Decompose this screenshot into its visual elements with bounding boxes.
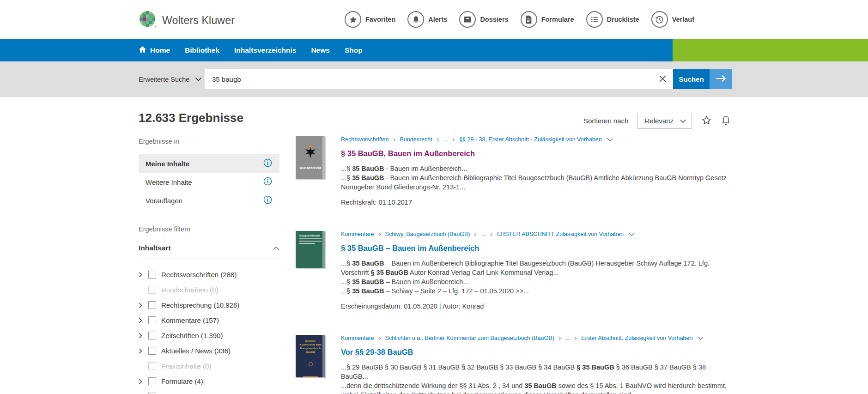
- info-icon[interactable]: [263, 177, 272, 187]
- chevron-right-icon[interactable]: [139, 348, 143, 354]
- advanced-search-toggle[interactable]: Erweiterte Suche: [139, 61, 202, 97]
- scope-item[interactable]: Weitere Inhalte: [139, 173, 279, 191]
- breadcrumb-link[interactable]: Bundesrecht: [400, 136, 432, 143]
- header-action-label: Dossiers: [480, 16, 508, 23]
- wolters-kluwer-logo-icon: [139, 10, 157, 30]
- result-thumbnail[interactable]: Bundesrecht: [296, 136, 325, 179]
- breadcrumb-separator-icon: [558, 336, 561, 340]
- breadcrumb-link[interactable]: Kommentare: [341, 231, 374, 237]
- alert-search-button[interactable]: [721, 115, 731, 127]
- facet-checkbox[interactable]: [148, 347, 156, 355]
- nav-item-home[interactable]: Home: [139, 46, 170, 55]
- info-icon[interactable]: [263, 158, 272, 169]
- header-action-list[interactable]: Druckliste: [586, 11, 639, 28]
- breadcrumb-link[interactable]: ERSTER ABSCHNITT Zulässigkeit von Vorhab…: [497, 231, 624, 237]
- breadcrumb-link[interactable]: ...: [443, 136, 448, 143]
- header-action-drawer[interactable]: Dossiers: [459, 11, 508, 28]
- nav-item-shop[interactable]: Shop: [345, 46, 363, 55]
- chevron-right-icon[interactable]: [139, 379, 143, 384]
- scope-item[interactable]: Vorauflagen: [139, 191, 279, 210]
- breadcrumb-link[interactable]: Schlichter u.a., Berliner Kommentar zum …: [385, 335, 554, 341]
- search-submit-button[interactable]: Suchen: [673, 69, 710, 89]
- snippet-segment: – Bauen im Außenbereich...: [384, 278, 469, 285]
- snippet-line: ...§ 35 BauGB – Schiwy – Seite 2 – Lfg. …: [341, 286, 732, 296]
- facet-group-header[interactable]: Inhaltsart: [139, 244, 279, 252]
- breadcrumb-expand-icon[interactable]: [698, 336, 704, 340]
- breadcrumb-expand-icon[interactable]: [629, 232, 635, 236]
- cover-decoration: [299, 243, 315, 244]
- header-action-document[interactable]: Formulare: [521, 11, 574, 28]
- nav-item-news[interactable]: News: [311, 46, 330, 55]
- facet-checkbox[interactable]: [148, 332, 156, 339]
- facet-checkbox[interactable]: [148, 316, 156, 324]
- result-item: BundesrechtRechtsvorschriftenBundesrecht…: [296, 136, 732, 206]
- result-thumbnail[interactable]: Berliner Kommentar zum Baugesetzbuch Bau…: [296, 335, 325, 377]
- nav-item-label: Home: [150, 46, 170, 55]
- filter-sidebar: Ergebnisse in Meine InhalteWeitere Inhal…: [139, 138, 279, 394]
- result-thumbnail[interactable]: Baugesetzbuch: [296, 231, 325, 268]
- facet-label[interactable]: Zeitschriften (1.390): [161, 332, 223, 339]
- facet-label[interactable]: Rechtsprechung (10.926): [161, 301, 239, 309]
- result-title-link[interactable]: § 35 BauGB – Bauen im Außenbereich: [341, 244, 479, 253]
- facet-label: Praxisinhalte (0): [161, 362, 211, 370]
- facet-label[interactable]: Kommentare (157): [161, 316, 219, 324]
- snippet-segment: § 35 BauGB: [370, 269, 408, 276]
- brand-logo[interactable]: Wolters Kluwer: [139, 10, 235, 30]
- breadcrumb-link[interactable]: Kommentare: [341, 335, 374, 341]
- scope-item[interactable]: Meine Inhalte: [139, 154, 279, 173]
- breadcrumb-link[interactable]: Erster Abschnitt. Zulässigkeit von Vorha…: [581, 335, 692, 341]
- chevron-right-icon[interactable]: [139, 318, 143, 323]
- app-header: Wolters Kluwer FavoritenAlertsDossiersFo…: [0, 0, 868, 39]
- sort-label: Sortieren nach: [583, 117, 629, 125]
- sort-value: Relevanz: [644, 117, 674, 125]
- scope-title: Ergebnisse in: [139, 138, 279, 145]
- breadcrumb-separator-icon: [437, 138, 439, 142]
- breadcrumb: RechtsvorschriftenBundesrecht...§§ 29 - …: [341, 136, 732, 143]
- breadcrumb-link[interactable]: §§ 29 - 38, Erster Abschnitt - Zulässigk…: [459, 136, 602, 143]
- snippet-segment: § 35 BauGB: [577, 364, 614, 371]
- facet-label[interactable]: Rechtsvorschriften (288): [161, 271, 237, 279]
- sort-select[interactable]: Relevanz: [637, 113, 692, 129]
- snippet-segment: - Bauen im Außenbereich...: [384, 165, 467, 172]
- breadcrumb-link[interactable]: Schiwy, Baugesetzbuch (BauGB): [385, 231, 470, 237]
- thumbnail-cover-label: Berliner Kommentar zum Baugesetzbuch Bau…: [298, 339, 322, 354]
- nav-item-inhaltsverzeichnis[interactable]: Inhaltsverzeichnis: [234, 46, 296, 55]
- facet-item: Rechtsvorschriften (288): [139, 267, 279, 282]
- chevron-right-icon[interactable]: [139, 272, 143, 278]
- cover-decoration: [299, 241, 322, 242]
- nav-item-bibliothek[interactable]: Bibliothek: [185, 46, 219, 55]
- favorite-search-button[interactable]: [701, 115, 712, 127]
- breadcrumb-link[interactable]: ...: [565, 335, 570, 341]
- nav-green-accent: [673, 39, 868, 61]
- breadcrumb-expand-icon[interactable]: [607, 138, 613, 142]
- brand-name: Wolters Kluwer: [162, 14, 235, 27]
- breadcrumb-separator-icon: [378, 336, 381, 340]
- facet-label[interactable]: Formulare (4): [161, 377, 203, 385]
- result-item: Berliner Kommentar zum Baugesetzbuch Bau…: [296, 335, 732, 394]
- facet-checkbox: [148, 286, 156, 294]
- header-action-label: Druckliste: [607, 16, 639, 23]
- result-title-link[interactable]: § 35 BauGB, Bauen im Außenbereich: [341, 149, 475, 158]
- snippet-segment: 35 BauGB: [352, 278, 384, 285]
- facet-checkbox[interactable]: [148, 377, 156, 385]
- facet-label[interactable]: Aktuelles / News (336): [161, 347, 231, 355]
- snippet-line: ...§ 35 BauGB - Bauen im Außenbereich...: [341, 164, 732, 173]
- snippet-segment: – Schiwy – Seite 2 – Lfg. 172 – 01.05.20…: [384, 287, 529, 295]
- header-action-bell[interactable]: Alerts: [407, 11, 447, 28]
- chevron-right-icon[interactable]: [139, 303, 143, 308]
- search-go-button[interactable]: [710, 69, 732, 89]
- eagle-emblem-icon: [304, 145, 317, 163]
- facet-checkbox[interactable]: [148, 271, 156, 279]
- chevron-right-icon[interactable]: [139, 333, 143, 339]
- info-icon[interactable]: [263, 195, 272, 206]
- facet-checkbox[interactable]: [148, 301, 156, 309]
- clear-search-button[interactable]: [652, 69, 673, 89]
- filter-title: Ergebnisse filtern: [139, 225, 279, 233]
- facet-item: Zeitschriften (1.390): [139, 328, 279, 343]
- breadcrumb-link[interactable]: ...: [481, 231, 486, 237]
- result-title-link[interactable]: Vor §§ 29-38 BauGB: [341, 348, 413, 357]
- search-input[interactable]: [205, 69, 652, 89]
- header-action-history[interactable]: Verlauf: [651, 11, 694, 28]
- breadcrumb-link[interactable]: Rechtsvorschriften: [341, 136, 389, 143]
- header-action-star[interactable]: Favoriten: [345, 11, 395, 28]
